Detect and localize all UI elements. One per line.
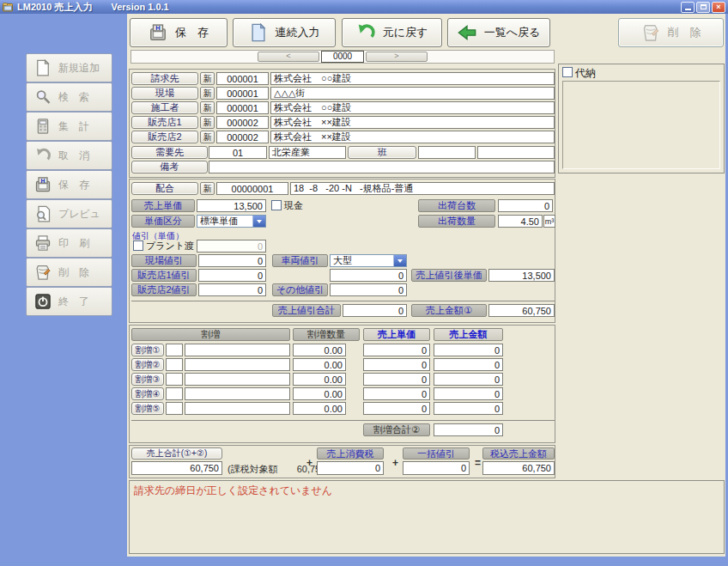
cash-checkbox[interactable] <box>271 200 282 210</box>
remarks-field[interactable] <box>209 161 555 173</box>
surcharge2-code-field[interactable] <box>166 358 183 371</box>
maximize-button[interactable] <box>696 2 710 13</box>
surcharge1-price-field[interactable]: 0 <box>363 344 430 356</box>
sidebar-new-button[interactable]: 新規追加 <box>26 53 112 82</box>
new-button[interactable]: 新 <box>200 182 215 195</box>
billing-label-button[interactable]: 請求先 <box>131 72 198 85</box>
surcharge3-label-button[interactable]: 割増③ <box>131 373 164 386</box>
surcharge3-code-field[interactable] <box>166 373 183 386</box>
sidebar-cancel-button[interactable]: 取 消 <box>26 141 112 170</box>
surcharge2-name-field[interactable] <box>185 358 290 371</box>
sales-tax-field[interactable]: 0 <box>317 461 384 475</box>
undo-arrow-icon <box>356 23 375 42</box>
surcharge5-amount-field: 0 <box>434 402 503 415</box>
billing-code-field[interactable]: 000001 <box>216 72 269 85</box>
sidebar-print-button[interactable]: 印 刷 <box>26 228 112 258</box>
dealer1-code-field[interactable]: 000002 <box>216 116 269 129</box>
site-label-button[interactable]: 現場 <box>131 87 198 100</box>
plant-checkbox[interactable] <box>133 240 143 251</box>
new-button[interactable]: 新 <box>200 131 215 143</box>
surcharge5-name-field[interactable] <box>185 402 290 415</box>
close-button[interactable]: × <box>712 2 725 13</box>
mix-spec-field[interactable]: 18 -8 -20 -N -規格品-普通 <box>290 182 555 195</box>
surcharge4-qty-field[interactable]: 0.00 <box>293 387 346 400</box>
vehicle-type-select[interactable]: 大型 <box>330 254 407 267</box>
next-record-button[interactable]: > <box>366 52 428 62</box>
app-icon <box>3 3 14 12</box>
site-name-field[interactable]: △△△街 <box>270 87 555 100</box>
dealer1-name-field[interactable]: 株式会社 ××建設 <box>270 116 555 129</box>
surcharge5-price-field[interactable]: 0 <box>363 402 430 415</box>
new-button[interactable]: 新 <box>200 116 215 129</box>
lump-discount-field[interactable]: 0 <box>403 461 470 475</box>
surcharge5-label-button[interactable]: 割増⑤ <box>131 402 164 415</box>
site-discount-field[interactable]: 0 <box>198 254 266 267</box>
sidebar-exit-button[interactable]: 終 了 <box>26 287 112 316</box>
sidebar-search-button[interactable]: 検 索 <box>26 82 112 112</box>
billing-name-field[interactable]: 株式会社 ○○建設 <box>270 72 555 85</box>
chevron-down-icon[interactable] <box>393 255 406 266</box>
sidebar-save-button[interactable]: H 保 存 <box>26 170 112 199</box>
sidebar-tally-button[interactable]: 集 計 <box>26 112 112 141</box>
surcharge3-qty-field[interactable]: 0.00 <box>293 373 346 386</box>
demand-extra1-field[interactable] <box>418 146 476 159</box>
surcharge1-code-field[interactable] <box>166 344 183 356</box>
save-label: 保 存 <box>175 25 209 40</box>
save-button[interactable]: H 保 存 <box>130 18 228 47</box>
new-button[interactable]: 新 <box>200 72 215 85</box>
surcharge4-name-field[interactable] <box>185 387 290 400</box>
undo-button[interactable]: 元に戻す <box>342 18 442 47</box>
delete-button[interactable]: 削 除 <box>618 18 724 47</box>
sidebar-preview-button[interactable]: プレビュ <box>26 199 112 228</box>
new-button[interactable]: 新 <box>200 101 215 114</box>
dealer2-discount-field[interactable]: 0 <box>198 283 266 296</box>
sidebar-delete-button[interactable]: 削 除 <box>26 258 112 287</box>
surcharge2-qty-field[interactable]: 0.00 <box>293 358 346 371</box>
daino-checkbox[interactable] <box>562 67 573 77</box>
contractor-name-field[interactable]: 株式会社 ○○建設 <box>270 101 555 114</box>
dealer1-label-button[interactable]: 販売店1 <box>131 116 198 129</box>
ship-count-field[interactable]: 0 <box>498 199 553 212</box>
ship-qty-field[interactable]: 4.50 <box>498 215 543 228</box>
mix-label-button[interactable]: 配合 <box>131 182 198 195</box>
tax-included-total-label: 税込売上金額 <box>482 447 555 459</box>
demand-extra2-field[interactable] <box>477 146 555 159</box>
back-to-list-button[interactable]: 一覧へ戻る <box>447 18 550 47</box>
demand-label-button[interactable]: 需要先 <box>131 146 208 159</box>
surcharge4-code-field[interactable] <box>166 387 183 400</box>
han-button[interactable]: 班 <box>348 146 416 159</box>
dealer1-discount-field[interactable]: 0 <box>198 269 266 282</box>
contractor-code-field[interactable]: 000001 <box>216 101 269 114</box>
remarks-label-button[interactable]: 備考 <box>131 161 208 173</box>
unit-price-field[interactable]: 13,500 <box>197 199 266 212</box>
demand-code-field[interactable]: 01 <box>209 146 267 159</box>
minimize-button[interactable] <box>681 2 695 13</box>
surcharge1-qty-field[interactable]: 0.00 <box>293 344 346 356</box>
surcharge2-price-field[interactable]: 0 <box>363 358 430 371</box>
plant-value-field[interactable]: 0 <box>197 240 266 253</box>
mix-code-field[interactable]: 00000001 <box>216 182 288 195</box>
surcharge3-price-field[interactable]: 0 <box>363 373 430 386</box>
prev-record-button[interactable]: < <box>258 52 319 62</box>
surcharge1-label-button[interactable]: 割増① <box>131 344 164 356</box>
surcharge5-qty-field[interactable]: 0.00 <box>293 402 346 415</box>
record-number-field[interactable]: 0000 <box>321 51 364 63</box>
other-discount-field[interactable]: 0 <box>330 283 407 296</box>
contractor-label-button[interactable]: 施工者 <box>131 101 198 114</box>
surcharge1-name-field[interactable] <box>185 344 290 356</box>
dealer2-name-field[interactable]: 株式会社 ××建設 <box>270 131 555 143</box>
new-button[interactable]: 新 <box>200 87 215 100</box>
continuous-input-button[interactable]: 連続入力 <box>233 18 336 47</box>
surcharge2-label-button[interactable]: 割増② <box>131 358 164 371</box>
vehicle-discount-field[interactable]: 0 <box>330 269 407 282</box>
demand-name-field[interactable]: 北栄産業 <box>269 146 346 159</box>
surcharge3-name-field[interactable] <box>185 373 290 386</box>
dealer2-label-button[interactable]: 販売店2 <box>131 131 198 143</box>
dealer2-code-field[interactable]: 000002 <box>216 131 269 143</box>
price-type-select[interactable]: 標準単価 <box>197 215 266 228</box>
chevron-down-icon[interactable] <box>252 216 265 227</box>
site-code-field[interactable]: 000001 <box>216 87 269 100</box>
surcharge4-price-field[interactable]: 0 <box>363 387 430 400</box>
surcharge5-code-field[interactable] <box>166 402 183 415</box>
surcharge4-label-button[interactable]: 割増④ <box>131 387 164 400</box>
